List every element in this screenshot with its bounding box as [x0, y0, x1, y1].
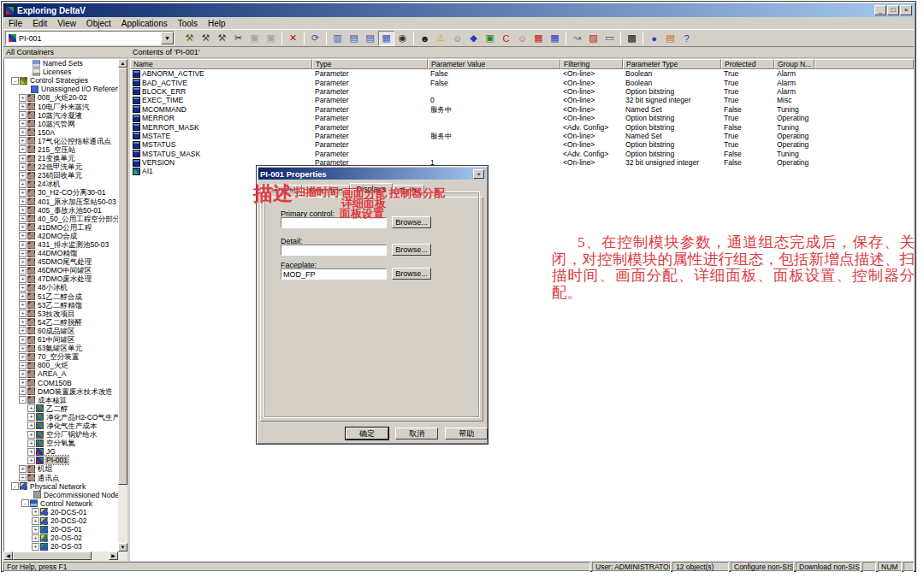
expand-icon[interactable]: +: [32, 508, 39, 516]
collapse-icon[interactable]: -: [19, 396, 27, 404]
recipe-blue-icon[interactable]: ▦: [547, 31, 563, 46]
menu-object[interactable]: Object: [81, 19, 116, 28]
expand-icon[interactable]: +: [19, 241, 27, 249]
cancel-button[interactable]: 取消: [395, 428, 438, 439]
history-icon[interactable]: C: [498, 31, 514, 46]
tree-item-54[interactable]: 54乙二醇脱醛: [37, 318, 83, 327]
tree-item-10[interactable]: 10电厂外来蒸汽: [37, 103, 90, 111]
tune-icon[interactable]: ▨: [585, 31, 601, 46]
new-object-icon[interactable]: ⚒: [181, 31, 198, 46]
tree-item-unassigned-i-o-references[interactable]: Unassigned I/O References: [40, 85, 118, 93]
expand-icon[interactable]: +: [19, 353, 27, 361]
paste-icon[interactable]: ▣: [263, 31, 279, 46]
expand-icon[interactable]: +: [32, 534, 39, 542]
tree-item-53[interactable]: 53技改项目: [37, 310, 75, 318]
expand-icon[interactable]: +: [19, 275, 27, 283]
tree-item-431-50-03[interactable]: 431_排水监测池50-03: [37, 240, 110, 249]
expand-icon[interactable]: +: [19, 155, 27, 162]
tree-item-008-20-02[interactable]: 008_火炬20-02: [37, 93, 88, 102]
maximize-button[interactable]: □: [887, 5, 899, 15]
expand-icon[interactable]: +: [32, 517, 39, 525]
table-row-merror[interactable]: MERRORParameter<On-line>Option bitstring…: [130, 114, 914, 122]
expand-icon[interactable]: +: [19, 189, 27, 197]
expand-icon[interactable]: +: [19, 362, 27, 369]
table-row-ai1[interactable]: AI1: [130, 167, 914, 175]
dialog-title-bar[interactable]: PI-001 Properties ×: [258, 168, 486, 180]
expand-icon[interactable]: +: [19, 292, 27, 300]
collapse-icon[interactable]: -: [11, 77, 19, 85]
menu-applications[interactable]: Applications: [116, 19, 173, 28]
tree-vertical-scrollbar[interactable]: ▲ ▼: [118, 59, 127, 551]
tree-item-licenses[interactable]: Licenses: [42, 68, 73, 76]
tree-item-com150b[interactable]: COM150B: [37, 379, 73, 387]
tree-item-20-dcs-01[interactable]: 20-DCS-01: [50, 508, 88, 516]
tree-item-215[interactable]: 215_空压站: [37, 145, 76, 154]
expand-icon[interactable]: +: [19, 223, 27, 231]
expand-icon[interactable]: +: [19, 310, 27, 317]
menu-edit[interactable]: Edit: [27, 19, 52, 28]
collapse-icon[interactable]: -: [11, 482, 19, 490]
table-row-abnorm-active[interactable]: ABNORM_ACTIVEParameterFalse<On-line>Bool…: [130, 69, 914, 78]
operator-icon[interactable]: ☺: [449, 31, 465, 46]
column-header-protected[interactable]: Protected: [721, 59, 774, 69]
expand-icon[interactable]: +: [19, 284, 27, 292]
tree-item-40-50[interactable]: 40_50_公用工程空分部分: [37, 215, 118, 223]
diagnostics-icon[interactable]: ◆: [465, 31, 482, 46]
details-view-icon[interactable]: ▦: [378, 31, 394, 46]
tree-item-blank[interactable]: 乙二醇: [45, 404, 69, 413]
tree-item-control-network[interactable]: Control Network: [39, 499, 93, 508]
table-row-mstatus-mask[interactable]: MSTATUS_MASKParameter<Adv. Config>Option…: [130, 150, 914, 158]
tree-item-405-50-01[interactable]: 405_事故水池50-01: [37, 206, 103, 215]
tree-item-blank[interactable]: 机组: [37, 464, 53, 473]
menu-tools[interactable]: Tools: [173, 19, 203, 28]
expand-icon[interactable]: +: [19, 345, 27, 352]
alarm-icon[interactable]: ⚠: [433, 31, 449, 46]
tree-item-23[interactable]: 23硝回收单元: [37, 171, 83, 180]
tree-item-45dmo[interactable]: 45DMO尾气处理: [37, 257, 92, 266]
scroll-down-icon[interactable]: ▼: [118, 543, 127, 551]
column-header-filtering[interactable]: Filtering: [560, 59, 623, 69]
table-row-mstatus[interactable]: MSTATUSParameter<On-line>Option bitstrin…: [130, 140, 914, 149]
copy-icon[interactable]: ▣: [246, 31, 263, 46]
column-header-group-n[interactable]: Group N...: [774, 59, 814, 69]
tree-item-48[interactable]: 48小冰机: [37, 283, 68, 292]
column-header-parameter-type[interactable]: Parameter Type: [623, 59, 721, 69]
expand-icon[interactable]: +: [19, 137, 27, 144]
tree-item-53[interactable]: 53乙二醇精馏: [37, 301, 83, 310]
batch-icon[interactable]: ▩: [624, 31, 640, 46]
expand-icon[interactable]: +: [27, 439, 35, 447]
expand-icon[interactable]: +: [19, 111, 27, 119]
chevron-down-icon[interactable]: ▼: [161, 32, 174, 44]
context-help-icon[interactable]: ?: [678, 31, 695, 46]
tree-item-blank[interactable]: 空分厂锅炉给水: [45, 430, 98, 439]
tree-item-42dmo[interactable]: 42DMO合成: [37, 232, 78, 240]
trend-icon[interactable]: ↝: [569, 31, 585, 46]
tree-item-51[interactable]: 51乙二醇合成: [37, 292, 83, 301]
menu-view[interactable]: View: [52, 19, 81, 28]
tree-item-63[interactable]: 63氨罐区单元: [37, 344, 83, 352]
expand-icon[interactable]: +: [19, 465, 27, 473]
tree-item-blank[interactable]: 净化气生产成本: [45, 422, 98, 430]
tree-item-area-a[interactable]: AREA_A: [37, 369, 68, 378]
tree-item-30-h2-co-30-01[interactable]: 30_H2-CO分离30-01: [37, 188, 106, 197]
books-icon[interactable]: ▤: [662, 31, 678, 46]
vertical-scroll-thumb[interactable]: [118, 68, 127, 485]
expand-icon[interactable]: +: [27, 431, 35, 439]
user-manager-icon[interactable]: ☻: [417, 31, 433, 46]
table-row-version[interactable]: VERSIONParameter1<On-line>32 bit unsigne…: [130, 158, 914, 167]
monitor-icon[interactable]: ▭: [601, 31, 618, 46]
tree-item-20-dcs-02[interactable]: 20-DCS-02: [50, 516, 88, 525]
tree-item-control-strategies[interactable]: Control Strategies: [29, 76, 89, 85]
expand-icon[interactable]: +: [19, 180, 27, 188]
menu-help[interactable]: Help: [203, 19, 231, 28]
large-icons-icon[interactable]: ▥: [329, 31, 346, 46]
table-row-block-err[interactable]: BLOCK_ERRParameter<On-line>Option bitstr…: [130, 87, 914, 96]
expand-icon[interactable]: +: [19, 301, 27, 309]
column-header-type[interactable]: Type: [312, 59, 428, 69]
expand-icon[interactable]: +: [19, 474, 27, 481]
list-view-icon[interactable]: ▤: [362, 31, 378, 46]
expand-icon[interactable]: +: [19, 163, 27, 171]
scroll-up-icon[interactable]: ▲: [118, 59, 127, 68]
tree-item-60[interactable]: 60成品罐区: [37, 327, 75, 335]
tree-item-41dmo[interactable]: 41DMO公用工程: [37, 223, 92, 232]
